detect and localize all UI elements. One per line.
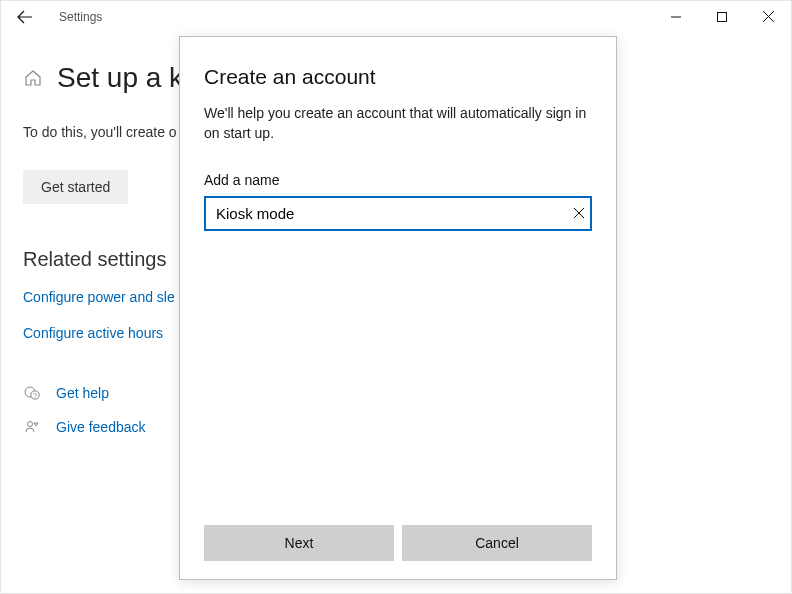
maximize-button[interactable] (699, 1, 745, 33)
window-controls (653, 1, 791, 33)
svg-text:?: ? (33, 392, 37, 399)
name-field-label: Add a name (204, 172, 592, 188)
name-input-wrapper (204, 196, 592, 231)
close-icon (763, 11, 774, 22)
dialog-buttons: Next Cancel (204, 525, 592, 561)
get-started-button[interactable]: Get started (23, 170, 128, 204)
close-button[interactable] (745, 1, 791, 33)
x-icon (574, 208, 584, 218)
help-icon: ? (23, 385, 41, 401)
name-input[interactable] (204, 196, 592, 231)
minimize-icon (671, 12, 681, 22)
home-icon (23, 68, 43, 88)
give-feedback-label: Give feedback (56, 419, 146, 435)
dialog-title: Create an account (204, 65, 592, 89)
minimize-button[interactable] (653, 1, 699, 33)
back-button[interactable] (9, 1, 41, 33)
app-title: Settings (59, 10, 102, 24)
maximize-icon (717, 12, 727, 22)
create-account-dialog: Create an account We'll help you create … (179, 36, 617, 580)
clear-input-button[interactable] (574, 208, 584, 218)
cancel-button[interactable]: Cancel (402, 525, 592, 561)
arrow-left-icon (17, 9, 33, 25)
page-title: Set up a k (57, 62, 183, 94)
titlebar: Settings (0, 0, 792, 32)
next-button[interactable]: Next (204, 525, 394, 561)
feedback-icon (23, 419, 41, 435)
svg-point-4 (28, 422, 33, 427)
dialog-description: We'll help you create an account that wi… (204, 103, 592, 144)
svg-rect-0 (718, 12, 727, 21)
get-help-label: Get help (56, 385, 109, 401)
